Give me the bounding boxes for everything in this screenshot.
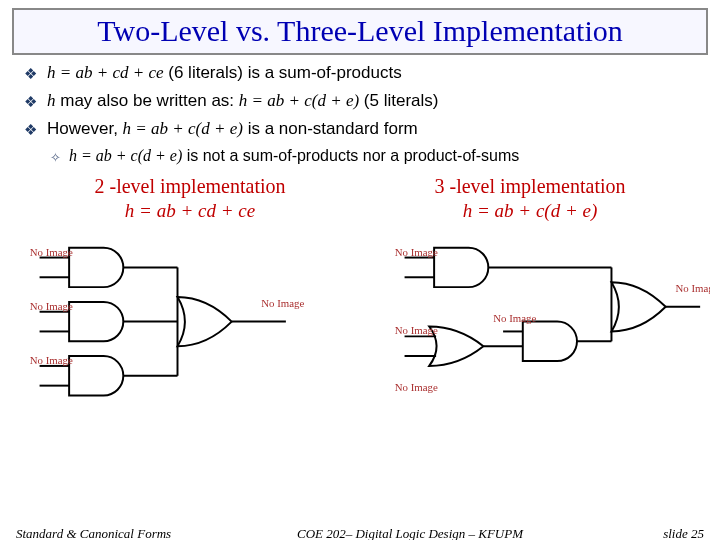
circuit-diagrams: No Image No Image No Image No Image [10,228,710,409]
bullet-2-tail: (5 literals) [359,91,438,110]
impl-right-title: 3 -level implementation [360,175,700,198]
noimg-label: No Image [30,353,73,365]
slide: Two-Level vs. Three-Level Implementation… [0,8,720,540]
noimg-label: No Image [676,282,710,294]
bullet-list: ❖ h = ab + cd + ce (6 literals) is a sum… [24,63,696,165]
noimg-label: No Image [30,245,73,257]
sub-bullet-1-math: h = ab + c(d + e) [69,147,182,164]
bullet-3-tail: is a non-standard form [243,119,418,138]
impl-right-eq: h = ab + c(d + e) [360,200,700,222]
three-level-circuit: No Image No Image No Image No Image No I… [375,228,710,409]
impl-right: 3 -level implementation h = ab + c(d + e… [360,175,700,222]
sub-bullet-1-tail: is not a sum-of-products nor a product-o… [182,147,519,164]
bullet-1: ❖ h = ab + cd + ce (6 literals) is a sum… [24,63,696,83]
noimg-label: No Image [395,324,438,336]
noimg-label: No Image [30,299,73,311]
footer-mid: COE 202– Digital Logic Design – KFUPM [216,526,604,540]
two-level-circuit: No Image No Image No Image No Image [10,228,345,409]
noimg-label: No Image [395,380,438,392]
footer-right: slide 25 [604,526,704,540]
bullet-1-tail: (6 literals) is a sum-of-products [164,63,402,82]
bullet-3-pre: However, [47,119,123,138]
footer-left: Standard & Canonical Forms [16,526,216,540]
impl-left-eq: h = ab + cd + ce [20,200,360,222]
implementation-headers: 2 -level implementation h = ab + cd + ce… [20,175,700,222]
bullet-2-math: h = ab + c(d + e) [239,91,359,110]
title-box: Two-Level vs. Three-Level Implementation [12,8,708,55]
bullet-2-mid: may also be written as: [56,91,239,110]
noimg-label: No Image [261,296,304,308]
noimg-label: No Image [395,245,438,257]
sub-bullet-1: ✧ h = ab + c(d + e) is not a sum-of-prod… [50,147,696,165]
footer: Standard & Canonical Forms COE 202– Digi… [0,526,720,540]
diamond-icon: ❖ [24,93,37,111]
diamond-icon: ❖ [24,65,37,83]
bullet-3-math: h = ab + c(d + e) [123,119,243,138]
impl-left-title: 2 -level implementation [20,175,360,198]
three-level-svg: No Image No Image No Image No Image No I… [375,228,710,405]
bullet-2-text: h may also be written as: h = ab + c(d +… [47,91,439,111]
bullet-2: ❖ h may also be written as: h = ab + c(d… [24,91,696,111]
bullet-1-text: h = ab + cd + ce (6 literals) is a sum-o… [47,63,402,83]
bullet-3-text: However, h = ab + c(d + e) is a non-stan… [47,119,418,139]
sub-bullet-1-text: h = ab + c(d + e) is not a sum-of-produc… [69,147,519,165]
bullet-2-mathpre: h [47,91,56,110]
slide-title: Two-Level vs. Three-Level Implementation [22,14,698,49]
bullet-1-math: h = ab + cd + ce [47,63,164,82]
bullet-3: ❖ However, h = ab + c(d + e) is a non-st… [24,119,696,139]
impl-left: 2 -level implementation h = ab + cd + ce [20,175,360,222]
sub-diamond-icon: ✧ [50,150,61,165]
diamond-icon: ❖ [24,121,37,139]
two-level-svg: No Image No Image No Image No Image [10,228,345,405]
noimg-label: No Image [493,311,536,323]
